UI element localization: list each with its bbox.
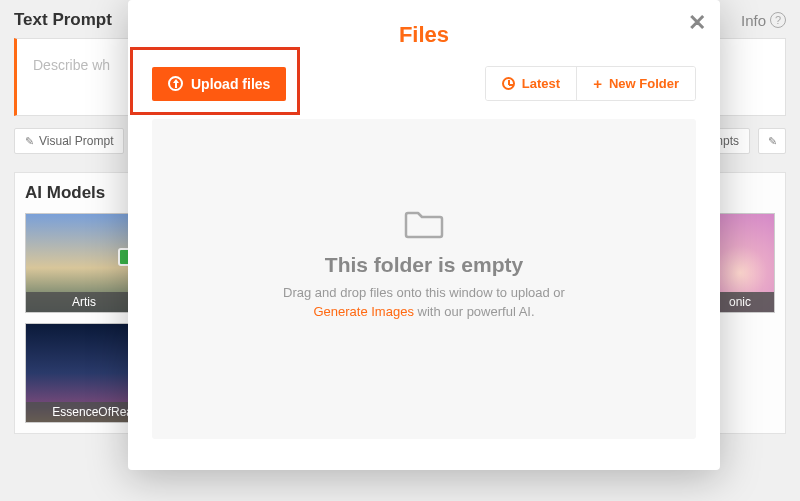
latest-label: Latest bbox=[522, 76, 560, 91]
info-label: Info bbox=[741, 12, 766, 29]
pencil-icon: ✎ bbox=[25, 135, 34, 148]
edit-button[interactable]: ✎ bbox=[758, 128, 786, 154]
upload-files-button[interactable]: Upload files bbox=[152, 67, 286, 101]
upload-label: Upload files bbox=[191, 76, 270, 92]
plus-icon: + bbox=[593, 76, 602, 91]
prompt-placeholder: Describe wh bbox=[33, 57, 110, 73]
question-icon: ? bbox=[770, 12, 786, 28]
toolbar-right-group: Latest + New Folder bbox=[485, 66, 696, 101]
modal-title: Files bbox=[128, 0, 720, 66]
files-modal: ✕ Files Upload files Latest + New Folder… bbox=[128, 0, 720, 470]
model-label: Artis bbox=[26, 292, 142, 312]
latest-button[interactable]: Latest bbox=[486, 67, 576, 100]
empty-sub-line1: Drag and drop files onto this window to … bbox=[283, 285, 565, 300]
empty-sub-line2: with our powerful AI. bbox=[414, 304, 535, 319]
upload-icon bbox=[168, 76, 183, 91]
clock-icon bbox=[502, 77, 515, 90]
empty-title: This folder is empty bbox=[325, 253, 523, 277]
new-folder-button[interactable]: + New Folder bbox=[576, 67, 695, 100]
visual-prompt-button[interactable]: ✎ Visual Prompt bbox=[14, 128, 124, 154]
tag-label: Visual Prompt bbox=[39, 134, 113, 148]
pencil-icon: ✎ bbox=[768, 135, 777, 148]
drop-area[interactable]: This folder is empty Drag and drop files… bbox=[152, 119, 696, 439]
folder-icon bbox=[404, 207, 444, 239]
info-button[interactable]: Info ? bbox=[741, 12, 786, 29]
page-title: Text Prompt bbox=[14, 10, 112, 30]
close-icon[interactable]: ✕ bbox=[688, 10, 706, 36]
model-card[interactable]: Artis bbox=[25, 213, 143, 313]
modal-toolbar: Upload files Latest + New Folder bbox=[128, 66, 720, 119]
new-folder-label: New Folder bbox=[609, 76, 679, 91]
empty-subtitle: Drag and drop files onto this window to … bbox=[283, 283, 565, 322]
generate-images-link[interactable]: Generate Images bbox=[313, 304, 413, 319]
